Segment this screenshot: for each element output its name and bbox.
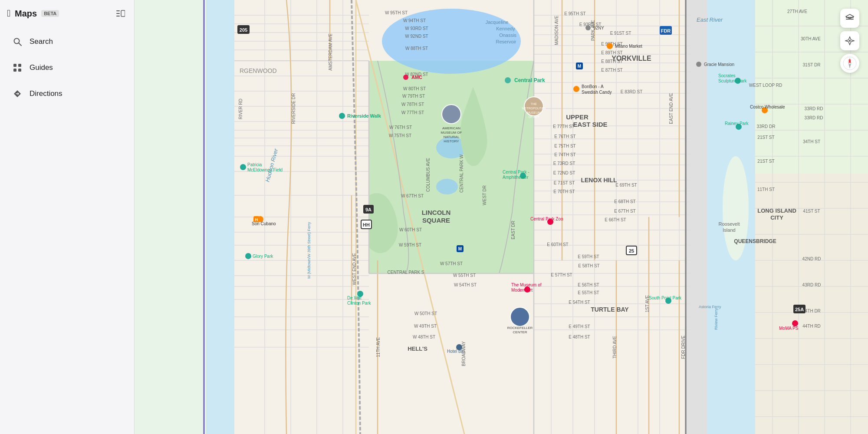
svg-point-236	[339, 113, 345, 119]
sidebar-header:  Maps BETA	[0, 0, 134, 25]
svg-rect-3	[121, 10, 125, 16]
svg-text:EAST END AVE: EAST END AVE	[669, 93, 674, 124]
svg-text:AMSTERDAM AVE: AMSTERDAM AVE	[328, 33, 333, 71]
svg-rect-0	[116, 10, 120, 11]
svg-text:HISTORY: HISTORY	[444, 139, 459, 143]
map-svg: Hudson River East River UPPER EAST SIDE …	[135, 0, 868, 434]
svg-text:W 76TH ST: W 76TH ST	[389, 125, 412, 130]
svg-text:RIVERSIDE DR: RIVERSIDE DR	[291, 93, 296, 124]
svg-text:M (Midtown/W 39th Street) Ferr: M (Midtown/W 39th Street) Ferry	[307, 222, 311, 279]
svg-text:E 58TH ST: E 58TH ST	[578, 263, 599, 268]
svg-text:Hotel Blu: Hotel Blu	[447, 349, 465, 354]
svg-text:THE: THE	[531, 102, 537, 105]
svg-text:W 75TH ST: W 75TH ST	[389, 133, 411, 138]
svg-text:BonBon - A: BonBon - A	[582, 84, 604, 89]
svg-text:W 78TH ST: W 78TH ST	[401, 102, 424, 107]
svg-text:Costco Wholesale: Costco Wholesale	[750, 105, 785, 109]
svg-text:25: 25	[629, 248, 634, 253]
svg-text:E 95TH ST: E 95TH ST	[564, 11, 585, 16]
layers-button[interactable]	[840, 9, 859, 28]
svg-text:E 68TH ST: E 68TH ST	[614, 199, 635, 204]
svg-text:UPPER: UPPER	[566, 113, 589, 121]
svg-text:E 83RD ST: E 83RD ST	[621, 89, 643, 94]
svg-text:MADISON AVE: MADISON AVE	[554, 16, 559, 45]
svg-text:NATURAL: NATURAL	[444, 135, 460, 139]
svg-text:W 50TH ST: W 50TH ST	[414, 311, 437, 316]
svg-text:AMERICAN: AMERICAN	[442, 126, 460, 130]
svg-text:N: N	[848, 59, 851, 62]
svg-text:92NY: 92NY	[593, 26, 604, 30]
svg-point-268	[510, 307, 529, 326]
svg-text:FDR DRIVE: FDR DRIVE	[681, 335, 686, 359]
svg-rect-7	[18, 64, 21, 67]
sidebar:  Maps BETA Search	[0, 0, 135, 434]
svg-text:E 72ND ST: E 72ND ST	[553, 171, 575, 175]
svg-text:E 54TH ST: E 54TH ST	[569, 300, 590, 305]
svg-text:E 55TH ST: E 55TH ST	[578, 290, 599, 295]
svg-text:Rainey Park: Rainey Park	[725, 121, 749, 126]
svg-text:LINCOLN: LINCOLN	[422, 209, 451, 216]
directions-icon	[11, 88, 23, 100]
sidebar-toggle-button[interactable]	[114, 8, 127, 19]
svg-text:South Point Park: South Point Park	[649, 296, 682, 300]
svg-text:QUEENSBRIDGE: QUEENSBRIDGE	[734, 238, 776, 244]
svg-text:ROCKEFELLER: ROCKEFELLER	[507, 326, 533, 330]
guides-label: Guides	[30, 63, 53, 72]
svg-text:21ST ST: 21ST ST	[757, 135, 774, 140]
svg-text:E 76TH ST: E 76TH ST	[554, 134, 575, 139]
svg-text:W 54TH ST: W 54TH ST	[454, 283, 477, 287]
svg-text:Clinton Park: Clinton Park	[347, 301, 371, 306]
svg-text:TURTLE BAY: TURTLE BAY	[591, 306, 629, 313]
svg-text:MoMA PS: MoMA PS	[779, 326, 799, 331]
svg-text:Central Park -: Central Park -	[503, 170, 529, 174]
svg-point-225	[403, 75, 408, 80]
app-title: Maps	[15, 9, 37, 19]
svg-text:East River: East River	[697, 16, 723, 23]
svg-text:CENTRAL PARK S: CENTRAL PARK S	[387, 270, 424, 275]
svg-text:W 93RD ST: W 93RD ST	[405, 26, 428, 31]
svg-point-282	[792, 320, 798, 326]
svg-text:Kennedy: Kennedy	[496, 26, 515, 31]
svg-rect-1	[116, 13, 120, 14]
svg-text:Roosevelt: Roosevelt	[719, 221, 740, 227]
directions-label: Directions	[30, 89, 62, 98]
svg-text:11TH AVE: 11TH AVE	[376, 337, 381, 357]
map-container[interactable]: Hudson River East River UPPER EAST SIDE …	[135, 0, 868, 434]
svg-text:Swedish Candy: Swedish Candy	[582, 90, 612, 95]
svg-point-260	[442, 105, 461, 124]
svg-text:E 74TH ST: E 74TH ST	[554, 152, 575, 157]
svg-text:Jacqueline: Jacqueline	[486, 20, 509, 25]
svg-text:30TH AVE: 30TH AVE	[801, 36, 821, 41]
svg-text:W 92ND ST: W 92ND ST	[405, 34, 428, 39]
sidebar-item-search[interactable]: Search	[4, 30, 130, 54]
svg-text:33RD RD: 33RD RD	[805, 115, 823, 120]
svg-text:Modern Art: Modern Art	[511, 288, 533, 293]
svg-text:Milano Market: Milano Market	[615, 44, 642, 49]
svg-text:Riverside Walk: Riverside Walk	[347, 113, 381, 118]
search-label: Search	[30, 37, 53, 46]
svg-text:21ST ST: 21ST ST	[757, 159, 774, 164]
svg-text:Riview Ferry: Riview Ferry	[714, 308, 718, 330]
svg-text:205: 205	[240, 27, 247, 33]
sidebar-item-directions[interactable]: Directions	[4, 82, 130, 106]
svg-text:De Witt: De Witt	[347, 296, 362, 300]
svg-text:METROPOLITAN: METROPOLITAN	[522, 107, 546, 110]
svg-text:Reservoir: Reservoir	[496, 39, 516, 44]
svg-text:E 69TH ST: E 69TH ST	[615, 183, 637, 187]
location-button[interactable]	[840, 31, 859, 50]
sidebar-item-guides[interactable]: Guides	[4, 56, 130, 80]
svg-text:W 88TH ST: W 88TH ST	[405, 46, 428, 51]
svg-text:W 79TH ST: W 79TH ST	[402, 94, 425, 99]
svg-text:E 87TH ST: E 87TH ST	[601, 68, 622, 72]
svg-text:E 57TH ST: E 57TH ST	[551, 273, 572, 277]
svg-point-238	[240, 164, 246, 170]
svg-text:E 59TH ST: E 59TH ST	[578, 254, 599, 259]
svg-text:The Museum of: The Museum of	[511, 283, 542, 287]
svg-rect-2	[116, 16, 120, 16]
svg-text:W 49TH ST: W 49TH ST	[414, 324, 437, 329]
svg-text:MUSEUM OF: MUSEUM OF	[441, 131, 462, 135]
svg-marker-307	[846, 14, 854, 19]
svg-text:COLUMBUS AVE: COLUMBUS AVE	[426, 158, 431, 192]
svg-point-232	[696, 62, 701, 67]
compass-button[interactable]: N	[840, 54, 859, 73]
